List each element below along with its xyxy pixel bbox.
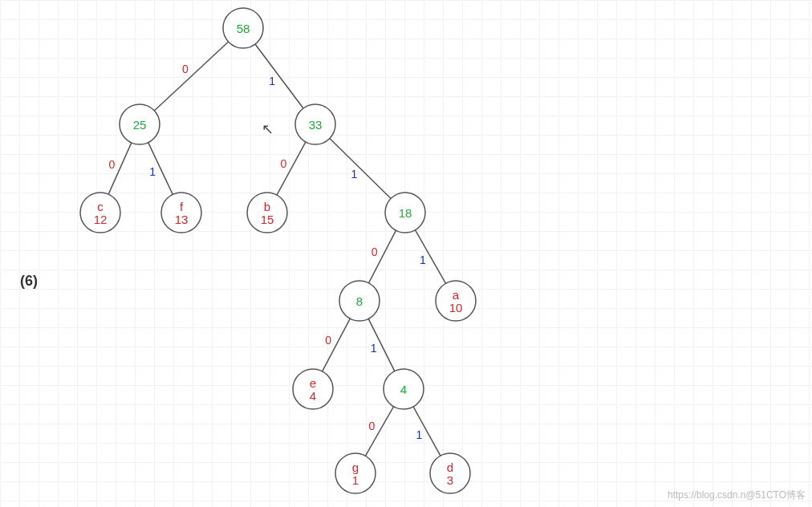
edge-label: 1 <box>420 253 426 266</box>
leaf-label: g <box>352 460 359 474</box>
tree-edge <box>255 44 303 108</box>
leaf-label: a <box>453 288 460 302</box>
leaf-weight: 3 <box>447 473 453 487</box>
leaf-label: d <box>447 460 453 474</box>
edge-label: 1 <box>269 75 275 87</box>
edge-label: 0 <box>280 157 286 170</box>
leaf-weight: 13 <box>175 213 189 226</box>
node-value: 25 <box>133 118 147 132</box>
edge-label: 0 <box>325 334 331 347</box>
node-value: 8 <box>356 294 363 308</box>
internal-node: 33 <box>295 104 335 144</box>
edge-label: 0 <box>371 245 378 258</box>
leaf-node: c12 <box>80 193 120 233</box>
node-value: 58 <box>237 22 250 35</box>
leaf-weight: 15 <box>261 213 274 226</box>
leaf-label: e <box>310 376 316 390</box>
internal-node: 25 <box>120 104 160 144</box>
leaf-weight: 1 <box>352 473 359 487</box>
leaf-node: a10 <box>436 281 476 321</box>
edge-label: 1 <box>416 428 422 441</box>
edge-label: 1 <box>371 342 377 355</box>
edge-label: 1 <box>351 168 357 180</box>
edge-label: 0 <box>109 158 116 171</box>
node-value: 18 <box>399 206 412 220</box>
leaf-weight: 4 <box>310 389 316 403</box>
edge-label: 0 <box>182 63 189 75</box>
leaf-node: e4 <box>293 369 333 409</box>
node-value: 33 <box>309 118 323 132</box>
leaf-weight: 10 <box>449 301 463 314</box>
edge-label: 0 <box>369 420 376 432</box>
leaf-label: b <box>264 200 270 213</box>
node-value: 4 <box>400 383 407 396</box>
leaf-node: d3 <box>430 453 470 493</box>
leaf-label: c <box>97 200 104 213</box>
tree-edge <box>330 139 391 199</box>
leaf-node: g1 <box>335 453 376 493</box>
tree-edge <box>154 42 228 111</box>
edge-label: 1 <box>149 165 156 178</box>
internal-node: 4 <box>384 369 424 409</box>
internal-node: 58 <box>223 8 263 48</box>
leaf-node: b15 <box>247 193 287 233</box>
internal-node: 8 <box>339 281 380 321</box>
leaf-node: f13 <box>161 193 201 233</box>
internal-node: 18 <box>385 193 425 233</box>
leaf-weight: 12 <box>94 213 108 226</box>
huffman-tree-diagram: 010101010101582533c12f13b15188a10e44g1d3 <box>0 0 812 507</box>
